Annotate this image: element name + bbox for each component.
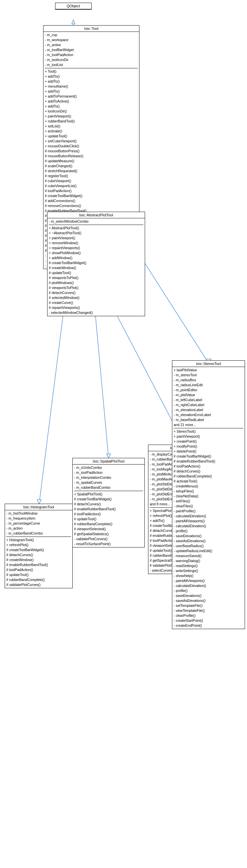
spt-method-toolpadaction: # toolPadAction() (74, 512, 143, 517)
hist-method-updatetool: # updateTool() (6, 572, 71, 577)
stereo-method-toolpadaction: # toolPadAction() (174, 464, 243, 469)
hist-method-refreshplot: + refreshPlot() (6, 542, 71, 548)
apt-method-viewportstoplots: # viewportsToPlot() (49, 275, 144, 280)
stereo-method-activatetool: # activateTool() (174, 479, 243, 484)
method-registertool: # registerTool() (45, 174, 138, 179)
method-mousedoubleclick: + mouseDoubleClick() (45, 144, 138, 149)
method-setlist: + setList() (45, 124, 138, 129)
svg-marker-7 (37, 500, 41, 504)
stereo-attr-pointeditor: - m_pointEditor (174, 388, 243, 393)
qobject-title: QObject (56, 3, 91, 9)
method-addto-1: + addTo() (45, 74, 138, 79)
stereo-method-saveaselevations-1: - saveAsElevations() (174, 538, 243, 544)
method-addto-3: + addTo() (45, 89, 138, 94)
spatial-plot-tool-body: - m_xUnitsCombo - m_toolPadAction - m_in… (73, 465, 145, 547)
spt-attr-interpolationcombo: - m_interpolationCombo (74, 475, 143, 480)
hist-attr-window: - m_histToolWindow (6, 511, 71, 516)
stereo-attr-radiusbox: - m_radiusBox (174, 378, 243, 382)
method-stretchrequested: # stretchRequested() (45, 168, 138, 174)
method-addconnections: # addConnections() (45, 198, 138, 204)
method-mousebuttonpress: # mouseButtonPress() (45, 149, 138, 154)
method-updatetool: + updateTool() (45, 134, 138, 139)
apt-method-removewindow: + removeWindow() (49, 241, 144, 246)
method-toolicondir: + toolIconDir() (45, 109, 138, 114)
hist-attr-pctcurve: - m_percentageCurve (6, 521, 71, 526)
stereo-method-calcelevation-2: - calculateElevation() (174, 524, 243, 529)
abstract-plot-tool-class: Isis::AbstractPlotTool - m_selectWindowC… (47, 212, 145, 316)
method-addto-2: + addTo() (45, 79, 138, 84)
stereo-method-paintallviewports-1: - paintAllViewports() (174, 519, 243, 524)
method-paintviewport: + paintViewport() (45, 114, 138, 119)
stereo-method-rubberbandcomplete: # rubberBandComplete() (174, 474, 243, 479)
method-removeconnections: # removeConnections() (45, 204, 138, 208)
stereo-method-clearprofile: - clearProfile() (174, 613, 243, 618)
abstract-plot-tool-body: - m_selectWindowCombo + AbstractPlotTool… (48, 218, 145, 316)
stereo-method-constructor: + StereoTool() (174, 429, 243, 434)
apt-method-repaintviewports-2: # repaintViewports() (49, 305, 144, 310)
method-tool: + Tool() (45, 69, 138, 74)
hist-attr-freqitem: - m_frequencyItem (6, 516, 71, 521)
stereo-method-profile-2: - profile() (174, 588, 243, 593)
spt-method-validateplotcurves: - validatePlotCurves() (74, 536, 143, 541)
uml-diagram: QObject Isis::Tool - m_cvp - m_workspace… (0, 0, 247, 868)
qobject-class: QObject (55, 3, 92, 10)
stereo-tool-title: Isis::StereoTool (172, 361, 245, 367)
histogram-tool-title: Isis::HistogramTool (5, 504, 72, 510)
stereo-method-calcelevation-3: - calculateElevation() (174, 583, 243, 588)
hist-method-rubberbandcomplete: # rubberBandComplete() (6, 577, 71, 582)
stereo-tool-class: Isis::StereoTool + lastPtIdValue - m_ste… (172, 360, 245, 629)
stereo-method-detachcurves: # detachCurves() (174, 469, 243, 474)
method-updatemeasure: # updateMeasure() (45, 159, 138, 163)
stereo-attr-elevationerrorlabel: - m_elevationErrorLabel (174, 412, 243, 417)
spt-attr-rbcombo: - m_rubberBandCombo (74, 485, 143, 490)
attr-m-workspace: - m_workspace (45, 37, 138, 42)
spt-method-detachcurves: # detachCurves() (74, 502, 143, 507)
abstract-plot-tool-title: Isis::AbstractPlotTool (48, 212, 145, 218)
attr-m-toolicondir: - m_toolIconDir (45, 57, 138, 62)
method-addto-4: + addTo() (45, 104, 138, 109)
stereo-method-settemplatefile: - setTemplateFile() (174, 603, 243, 608)
apt-method-detachcurves: # detachCurves() (49, 290, 144, 295)
stereo-method-enablerubberbandtool: # enableRubberBandTool() (174, 459, 243, 464)
method-addtoactive: + addToActive() (45, 99, 138, 104)
hist-method-detachcurves: # detachCurves() (6, 553, 71, 557)
method-mousebuttonrelease: # mouseButtonRelease() (45, 154, 138, 159)
spt-method-constructor: + SpatialPlotTool() (74, 492, 143, 497)
stereo-attr-stereotool: - m_stereoTool (174, 373, 243, 378)
apt-method-constructor: + AbstractPlotTool() (49, 226, 144, 230)
apt-method-selectedwindow: # selectedWindow() (49, 295, 144, 300)
spt-method-resulttosurfacepoint: - resultToSurfacePoint() (74, 541, 143, 547)
spt-attr-xunitscombo: - m_xUnitsCombo (74, 465, 143, 470)
stereo-attr-baseradilabel: - m_baseRadiLabel (174, 417, 243, 423)
isis-tool-title: Isis::Tool (43, 26, 139, 32)
method-menuname: + menuName() (45, 84, 138, 89)
apt-method-destructor: + ~AbstractPlotTool() (49, 230, 144, 236)
spatial-plot-tool-class: Isis::SpatialPlotTool - m_xUnitsCombo - … (72, 458, 145, 548)
stereo-method-saveelevations-2: - saveElevations() (174, 593, 243, 598)
svg-marker-9 (106, 454, 111, 458)
method-activate: + activate() (45, 129, 138, 134)
stereo-method-deletepoint: + deletePoint() (174, 449, 243, 454)
spt-method-getspatialstats: # getSpatialStatistics() (74, 532, 143, 536)
apt-method-createtoolbarwidget: # createToolBarWidget() (49, 260, 144, 266)
hist-method-enablerubberbandtool: # enableRubberBandTool() (6, 562, 71, 567)
apt-method-repaintviewports: + repaintViewports() (49, 246, 144, 250)
method-cubeviewportlist: # cubeViewportList() (45, 184, 138, 188)
stereo-method-warningdialog-1: - warningDialog() (174, 558, 243, 563)
stereo-method-createpoint: + createPoint() (174, 439, 243, 444)
attr-m-toollist: - m_toolList (45, 62, 138, 67)
stereo-tool-body: + lastPtIdValue - m_stereoTool - m_radiu… (172, 367, 245, 629)
svg-marker-1 (72, 20, 75, 24)
stereo-method-userbaseradius-1: - userBaseRadius() (174, 544, 243, 549)
histogram-tool-body: - m_histToolWindow - m_frequencyItem - m… (5, 510, 72, 588)
stereo-attr-ptidvalue: - m_ptIdValue (174, 393, 243, 398)
method-scalechanged: # scaleChanged() (45, 163, 138, 168)
stereo-method-createmenus: - createMenus() (174, 484, 243, 489)
attr-m-active: - m_active (45, 42, 138, 48)
stereo-method-writesettings-1: - writeSettings() (174, 568, 243, 574)
apt-method-selectedwindowchanged: - selectedWindowChanged() (49, 310, 144, 315)
stereo-attr-rightcubelabel: - m_rightCubeLabel (174, 402, 243, 407)
stereo-method-updateradiuslineedit-1: - updateRadiusLineEdit() (174, 549, 243, 553)
spt-method-rubberbandcomplete: # rubberBandComplete() (74, 522, 143, 527)
apt-method-createwindow: # createWindow() (49, 266, 144, 271)
